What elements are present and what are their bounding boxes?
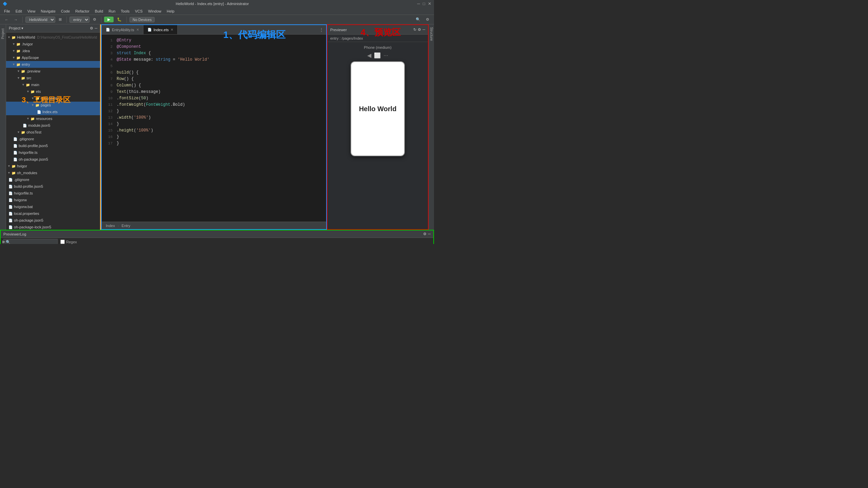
tree-item-label: src: [26, 76, 32, 80]
tree-item[interactable]: 📄build-profile.json5: [6, 183, 100, 190]
menu-item-code[interactable]: Code: [58, 8, 73, 14]
tree-item[interactable]: 📄.gitignore: [6, 176, 100, 183]
tree-item[interactable]: 📄local.properties: [6, 210, 100, 217]
tree-item[interactable]: ▼📁main: [6, 81, 100, 88]
entry-selector[interactable]: entry: [70, 17, 90, 23]
minimize-btn[interactable]: ─: [417, 1, 420, 6]
tree-item[interactable]: 📄module.json5: [6, 122, 100, 129]
menu-bar: FileEditViewNavigateCodeRefactorBuildRun…: [0, 7, 434, 15]
tree-item[interactable]: 📄Index.ets: [6, 108, 100, 115]
close-btn[interactable]: ✕: [428, 1, 431, 6]
previewer-header-icons: ↻ ⚙ ─: [413, 27, 425, 32]
token: string: [156, 57, 170, 62]
menu-item-navigate[interactable]: Navigate: [38, 8, 58, 14]
regex-label[interactable]: Regex: [60, 240, 77, 244]
toolbar-sep3: [101, 17, 101, 23]
tree-arrow-icon: ▼: [12, 63, 15, 66]
tree-item[interactable]: 📄hvigorfile.ts: [6, 149, 100, 156]
tab-close-btn[interactable]: ✕: [171, 28, 173, 32]
tree-file-icon: 📁: [16, 63, 20, 66]
right-sidebar-structure[interactable]: Structure: [429, 24, 434, 44]
maximize-btn[interactable]: □: [423, 1, 425, 6]
editor-tab[interactable]: 📄Index.ets✕: [143, 25, 178, 34]
tree-item[interactable]: ▼📁hvigor: [6, 163, 100, 169]
toolbar-search-btn[interactable]: 🔍: [414, 17, 422, 22]
menu-item-vcs[interactable]: VCS: [132, 8, 145, 14]
tree-item[interactable]: ▼📁.idea: [6, 47, 100, 54]
project-selector[interactable]: HelloWorld: [25, 17, 55, 23]
bh-icon-close[interactable]: ─: [428, 232, 431, 236]
prev-icon-close[interactable]: ─: [422, 27, 425, 32]
editor-code[interactable]: 1@Entry2@Component3struct Index {4 @Stat…: [102, 35, 326, 222]
line-number: 15: [104, 127, 113, 134]
toolbar-settings-btn[interactable]: ⚙: [424, 17, 431, 22]
regex-checkbox[interactable]: [60, 240, 65, 244]
tree-item[interactable]: ▼📁AppScope: [6, 54, 100, 61]
line-content: }: [117, 140, 119, 147]
tree-item[interactable]: ▼📁src: [6, 75, 100, 81]
menu-item-refactor[interactable]: Refactor: [73, 8, 92, 14]
menu-item-help[interactable]: Help: [164, 8, 177, 14]
tree-item[interactable]: ▼📁entryability: [6, 95, 100, 102]
tree-item[interactable]: ▼📁ets: [6, 88, 100, 95]
tree-item[interactable]: ▼📁HelloWorldD:\HarmonyOS_FirstCourse\Hel…: [6, 34, 100, 41]
tree-item[interactable]: ▼📁resources: [6, 115, 100, 122]
tree-item[interactable]: 📄oh-package-lock.json5: [6, 224, 100, 230]
menu-item-build[interactable]: Build: [92, 8, 106, 14]
prev-icon-settings[interactable]: ⚙: [418, 27, 421, 32]
menu-item-view[interactable]: View: [25, 8, 38, 14]
no-devices-selector[interactable]: No Devices: [130, 17, 155, 22]
bh-icon-settings[interactable]: ⚙: [423, 232, 427, 236]
token: @Component: [117, 44, 141, 49]
tab-label: EntryAbility.ts: [112, 28, 134, 32]
menu-item-run[interactable]: Run: [106, 8, 118, 14]
toolbar-build-btn[interactable]: ⊞: [57, 17, 64, 22]
menu-item-file[interactable]: File: [1, 8, 13, 14]
tree-item[interactable]: 📄hvigorw.bat: [6, 203, 100, 210]
tree-item[interactable]: 📄build-profile.json5: [6, 142, 100, 149]
token: fontSize: [119, 96, 139, 101]
tree-item[interactable]: 📄oh-package.json5: [6, 156, 100, 163]
tree-item[interactable]: ▼📁.hvigor: [6, 41, 100, 47]
toolbar-gear-icon[interactable]: ⚙: [91, 17, 98, 22]
line-number: 2: [104, 44, 113, 50]
prev-icon-refresh[interactable]: ↻: [413, 27, 416, 32]
toolbar-forward-btn[interactable]: →: [12, 17, 20, 22]
phone-ctrl-more[interactable]: ···: [383, 53, 388, 59]
tree-item-label: resources: [36, 117, 52, 121]
menu-item-window[interactable]: Window: [145, 8, 164, 14]
panel-icon-gear[interactable]: ⚙: [90, 26, 93, 30]
menu-item-tools[interactable]: Tools: [118, 8, 132, 14]
phone-ctrl-portrait[interactable]: ⬜: [374, 52, 381, 59]
token: (: [139, 96, 141, 101]
tree-item[interactable]: ▼📁ohosTest: [6, 129, 100, 136]
editor-tab[interactable]: 📄EntryAbility.ts✕: [102, 25, 143, 34]
tree-item[interactable]: ▼📁entry: [6, 61, 100, 68]
bottom-icon1[interactable]: ▶: [2, 239, 5, 244]
toolbar-back-btn[interactable]: ←: [3, 17, 11, 22]
tree-item[interactable]: ▼📁oh_modules: [6, 169, 100, 176]
previewer-path: entry : /pages/Index: [328, 35, 428, 42]
code-line: 17}: [102, 140, 326, 147]
tree-item-label: main: [31, 83, 39, 87]
window-controls: ─ □ ✕: [417, 1, 431, 6]
search-input[interactable]: [3, 239, 58, 244]
tree-item[interactable]: 📄.gitignore: [6, 136, 100, 142]
phone-controls: ◀ ⬜ ···: [367, 52, 388, 59]
tree-item[interactable]: 📄hvigorw: [6, 197, 100, 203]
tab-close-btn[interactable]: ✕: [136, 28, 139, 32]
panel-icon-collapse[interactable]: ─: [95, 26, 97, 30]
tree-item[interactable]: ▼📁pages: [6, 102, 100, 108]
tree-item[interactable]: 📄oh-package.json5: [6, 217, 100, 224]
token: Column: [117, 83, 131, 88]
run-button[interactable]: ▶: [104, 17, 114, 22]
menu-item-edit[interactable]: Edit: [13, 8, 25, 14]
tree-item[interactable]: 📄hvigorfile.ts: [6, 190, 100, 197]
phone-ctrl-back[interactable]: ◀: [367, 52, 371, 59]
tree-arrow-icon: ▼: [31, 97, 34, 100]
split-editor-icon[interactable]: ⋮: [319, 27, 323, 32]
sidebar-tab-project[interactable]: Project: [0, 26, 5, 42]
tree-arrow-icon: ▼: [7, 164, 11, 168]
tree-item[interactable]: ▼📁.preview: [6, 68, 100, 75]
toolbar-debug-btn[interactable]: 🐛: [115, 17, 124, 22]
